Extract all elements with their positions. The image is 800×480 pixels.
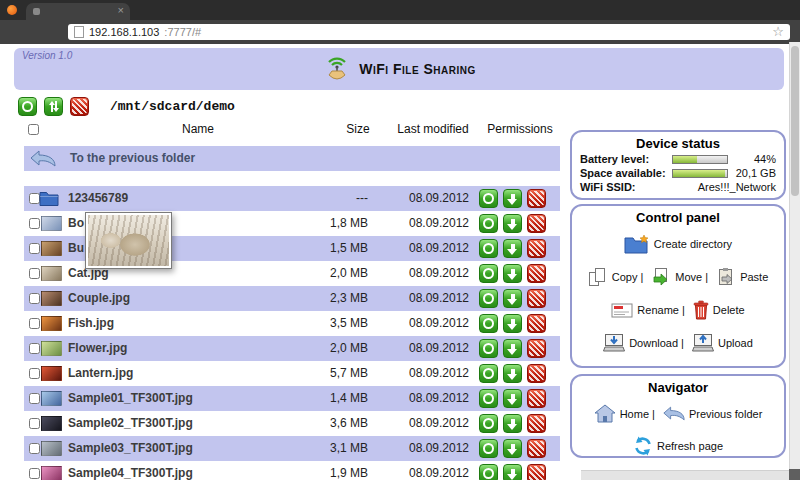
address-bar[interactable]: 192.168.1.103 :7777/# ☆ <box>68 24 790 40</box>
window-button-icon[interactable] <box>7 5 17 15</box>
download-icon <box>603 333 625 353</box>
upload-button[interactable]: Upload <box>692 333 753 353</box>
scrollbar-thumb[interactable] <box>791 46 799 196</box>
download-file-button[interactable] <box>503 214 522 233</box>
file-name[interactable]: Sample04_TF300T.jpg <box>68 461 193 480</box>
view-file-button[interactable] <box>479 314 498 333</box>
view-file-button[interactable] <box>479 364 498 383</box>
download-file-button[interactable] <box>503 289 522 308</box>
select-all-checkbox[interactable] <box>28 124 39 135</box>
row-checkbox[interactable] <box>29 268 40 279</box>
delete-file-button[interactable] <box>527 239 546 258</box>
row-checkbox[interactable] <box>29 368 40 379</box>
paste-button[interactable]: Paste <box>716 267 768 287</box>
row-checkbox[interactable] <box>29 393 40 404</box>
file-row[interactable]: Couple.jpg 2,3 MB 08.09.2012 <box>24 286 560 311</box>
view-file-button[interactable] <box>479 289 498 308</box>
delete-file-button[interactable] <box>527 414 546 433</box>
toolbar-transfer-button[interactable] <box>44 97 63 116</box>
browser-tab[interactable]: × <box>26 3 130 20</box>
file-row[interactable]: Flower.jpg 2,0 MB 08.09.2012 <box>24 336 560 361</box>
horizontal-scrollbar[interactable] <box>581 470 789 480</box>
file-row[interactable]: Sample04_TF300T.jpg 1,9 MB 08.09.2012 <box>24 461 560 480</box>
row-checkbox[interactable] <box>29 443 40 454</box>
file-name[interactable]: Bo <box>68 211 84 236</box>
file-thumbnail <box>41 316 62 331</box>
ssid-value: Ares!!!_Network <box>698 181 776 193</box>
file-name[interactable]: 123456789 <box>68 186 128 211</box>
move-button[interactable]: Move | <box>651 267 708 287</box>
file-name[interactable]: Sample01_TF300T.jpg <box>68 386 193 411</box>
refresh-label: Refresh page <box>657 440 723 452</box>
download-file-button[interactable] <box>503 264 522 283</box>
download-file-button[interactable] <box>503 389 522 408</box>
download-file-button[interactable] <box>503 364 522 383</box>
toolbar-view-button[interactable] <box>18 97 37 116</box>
device-status-title: Device status <box>572 136 784 151</box>
rename-button[interactable]: Rename | <box>611 303 685 318</box>
vertical-scrollbar[interactable] <box>789 42 800 470</box>
file-row[interactable]: Fish.jpg 3,5 MB 08.09.2012 <box>24 311 560 336</box>
create-directory-button[interactable]: Create directory <box>624 234 732 254</box>
file-row[interactable]: Sample01_TF300T.jpg 1,4 MB 08.09.2012 <box>24 386 560 411</box>
view-file-button[interactable] <box>479 414 498 433</box>
file-name[interactable]: Lantern.jpg <box>68 361 133 386</box>
delete-file-button[interactable] <box>527 264 546 283</box>
view-file-button[interactable] <box>479 389 498 408</box>
view-file-button[interactable] <box>479 464 498 480</box>
file-row[interactable]: Lantern.jpg 5,7 MB 08.09.2012 <box>24 361 560 386</box>
copy-button[interactable]: Copy | <box>588 267 644 287</box>
delete-file-button[interactable] <box>527 339 546 358</box>
download-file-button[interactable] <box>503 464 522 480</box>
tab-close-icon[interactable]: × <box>118 4 124 16</box>
download-file-button[interactable] <box>503 314 522 333</box>
row-checkbox[interactable] <box>29 418 40 429</box>
delete-file-button[interactable] <box>527 389 546 408</box>
download-file-button[interactable] <box>503 189 522 208</box>
row-checkbox[interactable] <box>29 468 40 479</box>
home-button[interactable]: Home | <box>594 404 655 423</box>
delete-file-button[interactable] <box>527 289 546 308</box>
row-checkbox[interactable] <box>29 293 40 304</box>
previous-folder-row[interactable]: To the previous folder <box>24 146 560 171</box>
file-row[interactable]: 123456789 --- 08.09.2012 <box>24 186 560 211</box>
row-checkbox[interactable] <box>29 343 40 354</box>
download-file-button[interactable] <box>503 439 522 458</box>
file-row[interactable]: Sample03_TF300T.jpg 3,1 MB 08.09.2012 <box>24 436 560 461</box>
file-name[interactable]: Fish.jpg <box>68 311 114 336</box>
view-file-button[interactable] <box>479 339 498 358</box>
delete-file-button[interactable] <box>527 189 546 208</box>
file-name[interactable]: Sample02_TF300T.jpg <box>68 411 193 436</box>
file-row[interactable]: Sample02_TF300T.jpg 3,6 MB 08.09.2012 <box>24 411 560 436</box>
current-path: /mnt/sdcard/demo <box>110 99 235 114</box>
delete-file-button[interactable] <box>527 364 546 383</box>
view-file-button[interactable] <box>479 189 498 208</box>
download-file-button[interactable] <box>503 239 522 258</box>
row-checkbox[interactable] <box>29 318 40 329</box>
browser-toolbar: 192.168.1.103 :7777/# ☆ <box>0 20 800 45</box>
view-file-button[interactable] <box>479 439 498 458</box>
file-name[interactable]: Bu <box>68 236 84 261</box>
delete-file-button[interactable] <box>527 314 546 333</box>
delete-file-button[interactable] <box>527 214 546 233</box>
delete-file-button[interactable] <box>527 464 546 480</box>
row-checkbox[interactable] <box>29 218 40 229</box>
file-date: 08.09.2012 <box>396 336 482 361</box>
previous-folder-button[interactable]: Previous folder <box>663 406 762 421</box>
toolbar-delete-button[interactable] <box>70 97 89 116</box>
row-checkbox[interactable] <box>29 243 40 254</box>
file-name[interactable]: Flower.jpg <box>68 336 127 361</box>
bookmark-star-icon[interactable]: ☆ <box>772 24 784 40</box>
download-button[interactable]: Download | <box>603 333 684 353</box>
download-file-button[interactable] <box>503 414 522 433</box>
view-file-button[interactable] <box>479 264 498 283</box>
delete-file-button[interactable] <box>527 439 546 458</box>
file-name[interactable]: Sample03_TF300T.jpg <box>68 436 193 461</box>
refresh-button[interactable]: Refresh page <box>633 436 723 456</box>
view-file-button[interactable] <box>479 214 498 233</box>
view-file-button[interactable] <box>479 239 498 258</box>
download-file-button[interactable] <box>503 339 522 358</box>
header-name: Name <box>108 122 288 136</box>
file-name[interactable]: Couple.jpg <box>68 286 130 311</box>
delete-button[interactable]: Delete <box>693 300 745 320</box>
